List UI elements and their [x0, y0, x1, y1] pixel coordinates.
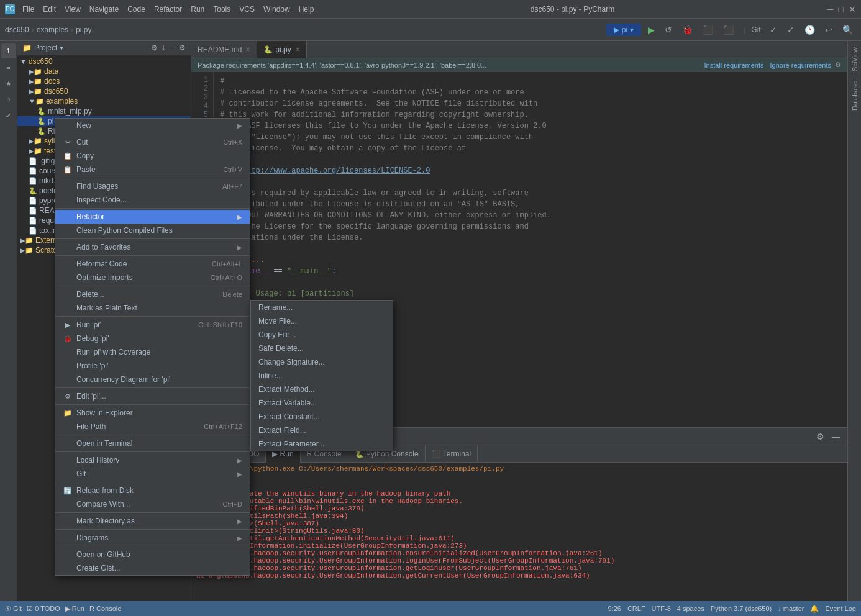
tree-item-mnist-mlp-py[interactable]: 🐍mnist_mlp.py — [17, 106, 191, 116]
context-menu-item-file-path[interactable]: File PathCtrl+Alt+F12 — [55, 420, 250, 433]
tree-item-examples[interactable]: ▼📁examples — [17, 96, 191, 106]
context-menu-item-run--pi-[interactable]: ▶Run 'pi'Ctrl+Shift+F10 — [55, 318, 250, 332]
search-everywhere-button[interactable]: 🔍 — [839, 23, 856, 37]
tab-pi[interactable]: 🐍 pi.py ✕ — [257, 41, 306, 58]
context-menu-item-copy[interactable]: 📋Copy — [55, 149, 250, 163]
context-menu-item-run--pi--with-coverage[interactable]: Run 'pi' with Coverage — [55, 345, 250, 359]
run-config-button[interactable]: ▶ pi ▾ — [606, 24, 641, 36]
project-gear-icon[interactable]: ⚙ — [179, 43, 186, 52]
refactor-item-extract-variable---[interactable]: Extract Variable... — [251, 396, 393, 410]
menu-window[interactable]: Window — [260, 4, 294, 15]
rerun-button[interactable]: ↺ — [662, 23, 675, 37]
run-close-button[interactable]: — — [830, 430, 842, 443]
project-expand-icon[interactable]: ⤓ — [160, 43, 166, 52]
sidebar-icon-project[interactable]: 1 — [1, 43, 16, 58]
crlf-indicator[interactable]: CRLF — [627, 605, 645, 612]
close-button[interactable]: ✕ — [849, 4, 856, 14]
bottom-output[interactable]: C:\...\dsc650\python.exe C:/Users/sherma… — [191, 463, 847, 601]
breadcrumb-file[interactable]: pi.py — [76, 25, 91, 34]
context-menu-item-concurrency-diagram-for--pi-[interactable]: Concurrency Diagram for 'pi' — [55, 373, 250, 386]
maximize-button[interactable]: □ — [839, 4, 844, 14]
event-log-button[interactable]: Event Log — [825, 605, 856, 612]
refactor-submenu[interactable]: Rename...Move File...Copy File...Safe De… — [250, 300, 393, 451]
install-requirements-button[interactable]: Install requirements — [704, 61, 764, 69]
context-menu-item-create-gist---[interactable]: Create Gist... — [55, 561, 250, 575]
refactor-item-change-signature---[interactable]: Change Signature... — [251, 355, 393, 369]
menu-code[interactable]: Code — [124, 4, 149, 15]
context-menu-item-git[interactable]: Git▶ — [55, 467, 250, 481]
menu-view[interactable]: View — [61, 4, 84, 15]
git-branch-indicator[interactable]: ↓ master — [778, 605, 804, 612]
context-menu-item-cut[interactable]: ✂CutCtrl+X — [55, 135, 250, 149]
project-collapse-icon[interactable]: — — [169, 43, 176, 52]
context-menu-item-clean-python-compiled-files[interactable]: Clean Python Compiled Files — [55, 224, 250, 237]
sciview-tab[interactable]: SciView — [849, 43, 860, 75]
tab-readme-close[interactable]: ✕ — [245, 46, 250, 53]
tree-item-dsc650[interactable]: ▼dsc650 — [17, 57, 191, 66]
refactor-item-safe-delete---[interactable]: Safe Delete... — [251, 342, 393, 355]
context-menu-item-open-in-terminal[interactable]: Open in Terminal — [55, 437, 250, 450]
sidebar-icon-favorites[interactable]: ★ — [1, 76, 16, 91]
indent-indicator[interactable]: 4 spaces — [677, 605, 704, 612]
git-push-button[interactable]: ✓ — [784, 23, 798, 37]
menu-file[interactable]: File — [19, 4, 38, 15]
context-menu-item-compare-with---[interactable]: Compare With...Ctrl+D — [55, 497, 250, 511]
menu-tools[interactable]: Tools — [209, 4, 234, 15]
r-console-status[interactable]: R Console — [89, 605, 121, 612]
tree-item-data[interactable]: ▶📁data — [17, 66, 191, 76]
sidebar-icon-commit[interactable]: ○ — [1, 92, 16, 107]
profile-button[interactable]: ⬛ — [720, 23, 737, 37]
context-menu-item-debug--pi-[interactable]: 🐞Debug 'pi' — [55, 332, 250, 345]
todo-status[interactable]: ☑ 0 TODO — [27, 605, 60, 613]
menu-refactor[interactable]: Refactor — [150, 4, 186, 15]
context-menu-item-add-to-favorites[interactable]: Add to Favorites▶ — [55, 240, 250, 254]
refactor-item-copy-file---[interactable]: Copy File... — [251, 328, 393, 342]
context-menu-item-inspect-code---[interactable]: Inspect Code... — [55, 193, 250, 207]
context-menu-item-diagrams[interactable]: Diagrams▶ — [55, 531, 250, 545]
debug-button[interactable]: 🐞 — [679, 23, 696, 37]
project-settings-icon[interactable]: ⚙ — [151, 43, 158, 52]
git-history-button[interactable]: 🕐 — [801, 23, 818, 37]
context-menu-item-delete---[interactable]: Delete...Delete — [55, 288, 250, 301]
line-col-indicator[interactable]: 9:26 — [608, 605, 621, 612]
context-menu-item-find-usages[interactable]: Find UsagesAlt+F7 — [55, 179, 250, 193]
menu-run[interactable]: Run — [187, 4, 208, 15]
run-status[interactable]: ▶ Run — [65, 605, 84, 613]
refactor-item-extract-parameter---[interactable]: Extract Parameter... — [251, 437, 393, 451]
context-menu-item-optimize-imports[interactable]: Optimize ImportsCtrl+Alt+O — [55, 271, 250, 284]
ignore-requirements-button[interactable]: Ignore requirements — [770, 61, 831, 69]
run-button[interactable]: ▶ — [645, 23, 658, 37]
encoding-indicator[interactable]: UTF-8 — [652, 605, 671, 612]
context-menu-item-edit--pi----[interactable]: ⚙Edit 'pi'... — [55, 389, 250, 403]
context-menu-item-profile--pi-[interactable]: Profile 'pi' — [55, 359, 250, 373]
context-menu-item-show-in-explorer[interactable]: 📁Show in Explorer — [55, 406, 250, 420]
pkg-banner-settings-icon[interactable]: ⚙ — [835, 61, 841, 69]
context-menu-item-mark-as-plain-text[interactable]: Mark as Plain Text — [55, 301, 250, 315]
sidebar-icon-todo[interactable]: ✔ — [1, 108, 16, 123]
refactor-item-move-file---[interactable]: Move File... — [251, 314, 393, 328]
git-status[interactable]: ⑤ Git — [5, 605, 22, 613]
tree-item-docs[interactable]: ▶📁docs — [17, 76, 191, 86]
tree-item-dsc650[interactable]: ▶📁dsc650 — [17, 86, 191, 96]
context-menu-item-reformat-code[interactable]: Reformat CodeCtrl+Alt+L — [55, 257, 250, 271]
context-menu-item-new[interactable]: New▶ — [55, 119, 250, 132]
menu-vcs[interactable]: VCS — [235, 4, 258, 15]
git-update-button[interactable]: ✓ — [767, 23, 780, 37]
run-settings-button[interactable]: ⚙ — [814, 430, 826, 443]
coverage-button[interactable]: ⬛ — [699, 23, 716, 37]
refactor-item-inline---[interactable]: Inline... — [251, 369, 393, 383]
python-version-indicator[interactable]: Python 3.7 (dsc650) — [711, 605, 772, 612]
refactor-item-rename---[interactable]: Rename... — [251, 301, 393, 314]
tab-readme[interactable]: README.md ✕ — [191, 41, 257, 58]
breadcrumb-project[interactable]: dsc650 — [5, 25, 29, 34]
refactor-item-extract-constant---[interactable]: Extract Constant... — [251, 410, 393, 424]
refactor-item-extract-method---[interactable]: Extract Method... — [251, 383, 393, 396]
project-dropdown-icon[interactable]: ▾ — [60, 43, 63, 52]
minimize-button[interactable]: ─ — [827, 4, 834, 14]
sidebar-icon-structure[interactable]: ≡ — [1, 60, 16, 75]
bottom-tab-terminal[interactable]: ⬛ Terminal — [426, 445, 478, 463]
git-rollback-button[interactable]: ↩ — [822, 23, 836, 37]
menu-help[interactable]: Help — [295, 4, 318, 15]
breadcrumb-folder[interactable]: examples — [37, 25, 68, 34]
context-menu-item-mark-directory-as[interactable]: Mark Directory as▶ — [55, 514, 250, 528]
